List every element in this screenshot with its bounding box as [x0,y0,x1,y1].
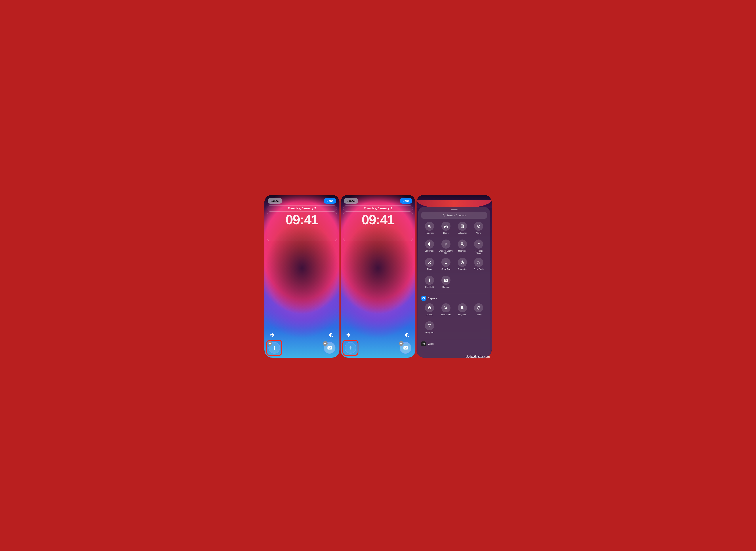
cancel-button[interactable]: Cancel [344,198,358,204]
camera-control[interactable]: − [400,342,411,354]
magnifier-icon [458,239,467,248]
cancel-button[interactable]: Cancel [268,198,282,204]
capture-grid: CameraScan CodeMagnifierHalideInstagram [421,303,487,336]
time-widget[interactable]: 09:41 [267,211,337,227]
control-label: Camera [426,314,433,318]
svg-text:文: 文 [429,226,431,227]
darkmode-icon [425,239,434,248]
capture-section-icon [421,296,426,301]
flashlight-icon [425,276,434,285]
control-camera[interactable]: Camera [422,303,437,318]
timer-icon [425,258,434,267]
section-divider [421,294,487,294]
control-label: Halide [476,314,482,318]
control-timer[interactable]: Timer [422,258,437,272]
edit-toolbar [346,333,410,338]
edit-topbar: Cancel Done [344,198,412,204]
search-controls-input[interactable]: Search Controls [421,212,487,219]
control-label: Instagram [425,332,434,336]
search-icon [442,214,445,217]
control-home[interactable]: Home [438,221,453,236]
control-label: Magnifier [458,314,466,318]
camera-icon [441,276,450,285]
control-label: Home [443,232,448,236]
control-magnifier[interactable]: Magnifier [455,239,470,254]
control-label: Dark Mode [425,250,434,254]
openapp-icon [441,258,450,267]
edit-toolbar [270,333,334,338]
control-alarm[interactable]: Alarm [471,221,486,236]
control-label: Alarm [476,232,481,236]
camera-icon [327,345,332,351]
controls-picker-sheet: Search Controls A文TranslateHomeCalculato… [418,207,490,358]
layers-icon[interactable] [346,333,351,338]
control-stopwatch[interactable]: Stopwatch [455,258,470,272]
shortcut-icon [441,239,450,248]
svg-rect-12 [445,261,447,263]
svg-rect-14 [478,261,479,263]
section-title: Clock [428,342,434,345]
control-scancode[interactable]: Scan Code [438,303,453,318]
time-widget[interactable]: 09:41 [343,211,413,227]
control-label: Translate [425,232,434,236]
phone-screenshot-3: Search Controls A文TranslateHomeCalculato… [417,195,492,358]
control-halide[interactable]: Halide [471,303,486,318]
halide-icon [474,303,483,313]
control-shazam[interactable]: Recognize Music [471,239,486,254]
search-placeholder: Search Controls [446,214,466,217]
camera-icon [403,345,408,351]
control-translate[interactable]: A文Translate [422,221,437,236]
stopwatch-icon [458,258,467,267]
control-scancode[interactable]: Scan Code [471,258,486,272]
svg-point-2 [443,214,444,216]
control-darkmode[interactable]: Dark Mode [422,239,437,254]
control-instagram[interactable]: Instagram [422,321,437,336]
control-openapp[interactable]: Open App [438,258,453,272]
phone-screenshot-1: Cancel Done Tuesday, January 9 09:41 − − [264,195,339,358]
appearance-icon[interactable] [405,333,410,338]
section-header-capture: Capture [421,296,487,301]
done-button[interactable]: Done [324,198,336,204]
control-label: Timer [427,268,432,272]
svg-rect-15 [445,307,446,309]
tutorial-frame: Cancel Done Tuesday, January 9 09:41 − − [261,191,495,360]
control-label: Calculator [458,232,467,236]
svg-point-20 [430,325,431,325]
control-magnifier[interactable]: Magnifier [455,303,470,318]
edit-topbar: Cancel Done [268,198,336,204]
scancode-icon [474,258,483,267]
widgets-slot[interactable] [343,228,413,241]
date-widget[interactable]: Tuesday, January 9 [343,205,413,211]
home-icon [441,221,450,231]
section-header-clock: Clock [421,342,487,346]
controls-grid: A文TranslateHomeCalculatorAlarmDark ModeS… [421,221,487,290]
svg-point-7 [446,226,446,227]
done-button[interactable]: Done [400,198,412,204]
phone-screenshot-2: Cancel Done Tuesday, January 9 09:41 − [341,195,416,358]
control-camera[interactable]: Camera [438,276,453,290]
control-label: Camera [442,286,449,290]
annotation-highlight [266,340,282,356]
control-label: Recognize Music [471,250,486,254]
control-calculator[interactable]: Calculator [455,221,470,236]
watermark: GadgetHacks.com [466,355,490,359]
camera-control[interactable]: − [324,342,335,354]
section-title: Capture [428,297,437,300]
control-label: Open App [441,268,450,272]
control-shortcut[interactable]: Shortcut Control Title [438,239,453,254]
control-label: Stopwatch [458,268,467,272]
layers-icon[interactable] [270,333,275,338]
appearance-icon[interactable] [329,333,334,338]
control-label: Scan Code [474,268,484,272]
instagram-icon [425,321,434,330]
sheet-grabber[interactable] [451,209,458,210]
control-label: Flashlight [425,286,434,290]
date-widget[interactable]: Tuesday, January 9 [267,205,337,211]
remove-badge[interactable]: − [323,341,328,346]
control-flashlight[interactable]: Flashlight [422,276,437,290]
shazam-icon [474,239,483,248]
magnifier-icon [458,303,467,313]
annotation-highlight [342,340,358,356]
clock-section-icon [421,342,426,346]
widgets-slot[interactable] [267,228,337,241]
